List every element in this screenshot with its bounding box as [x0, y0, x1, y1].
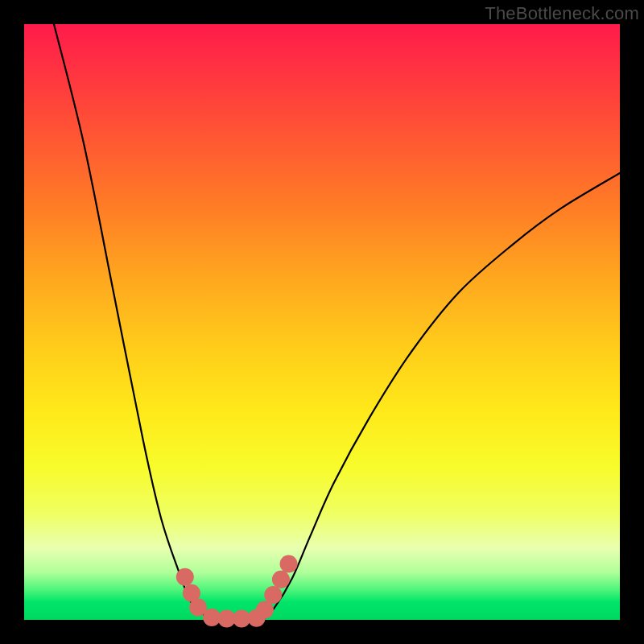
- chart-frame: TheBottleneck.com: [0, 0, 644, 644]
- marker-dot: [272, 571, 290, 588]
- series-curve-right: [262, 173, 620, 620]
- marker-dot: [280, 555, 298, 572]
- plot-area: [24, 24, 620, 620]
- attribution-text: TheBottleneck.com: [485, 3, 639, 24]
- curve-svg: [24, 24, 620, 620]
- marker-dot: [176, 568, 194, 586]
- marker-dot: [256, 601, 274, 618]
- series-curve-left: [54, 24, 215, 620]
- marker-dot: [264, 586, 282, 604]
